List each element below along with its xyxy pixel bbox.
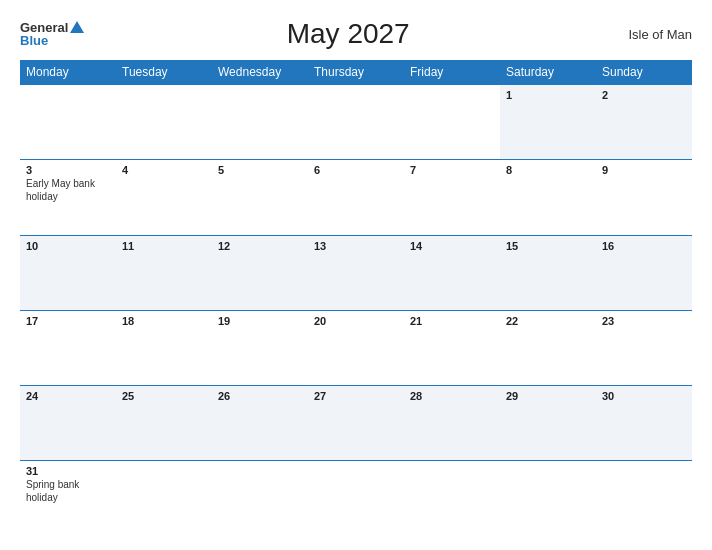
day-number: 16	[602, 240, 686, 252]
calendar-cell	[500, 461, 596, 536]
calendar-cell: 27	[308, 386, 404, 461]
day-number: 26	[218, 390, 302, 402]
day-event: Spring bank holiday	[26, 478, 110, 504]
calendar-cell	[308, 461, 404, 536]
day-number: 20	[314, 315, 398, 327]
region-label: Isle of Man	[612, 27, 692, 42]
calendar-cell: 24	[20, 386, 116, 461]
calendar-cell: 7	[404, 160, 500, 235]
day-number: 11	[122, 240, 206, 252]
day-number: 6	[314, 164, 398, 176]
calendar-cell: 29	[500, 386, 596, 461]
day-number: 12	[218, 240, 302, 252]
calendar-week-row: 24252627282930	[20, 386, 692, 461]
calendar-cell: 15	[500, 235, 596, 310]
calendar-week-row: 3Early May bank holiday456789	[20, 160, 692, 235]
calendar-cell: 21	[404, 310, 500, 385]
calendar-cell: 1	[500, 85, 596, 160]
calendar-cell: 10	[20, 235, 116, 310]
calendar-week-row: 10111213141516	[20, 235, 692, 310]
calendar-table: MondayTuesdayWednesdayThursdayFridaySatu…	[20, 60, 692, 536]
day-number: 5	[218, 164, 302, 176]
calendar-cell: 22	[500, 310, 596, 385]
day-number: 13	[314, 240, 398, 252]
day-number: 8	[506, 164, 590, 176]
logo: General Blue	[20, 21, 84, 47]
day-number: 3	[26, 164, 110, 176]
calendar-week-row: 12	[20, 85, 692, 160]
calendar-cell: 31Spring bank holiday	[20, 461, 116, 536]
day-number: 7	[410, 164, 494, 176]
calendar-header: General Blue May 2027 Isle of Man	[20, 18, 692, 50]
calendar-cell: 12	[212, 235, 308, 310]
day-number: 18	[122, 315, 206, 327]
calendar-cell	[596, 461, 692, 536]
day-number: 30	[602, 390, 686, 402]
day-number: 28	[410, 390, 494, 402]
day-number: 24	[26, 390, 110, 402]
calendar-cell: 5	[212, 160, 308, 235]
calendar-cell: 11	[116, 235, 212, 310]
calendar-cell	[308, 85, 404, 160]
day-number: 29	[506, 390, 590, 402]
calendar-cell: 17	[20, 310, 116, 385]
day-number: 25	[122, 390, 206, 402]
day-number: 17	[26, 315, 110, 327]
day-number: 15	[506, 240, 590, 252]
calendar-week-row: 17181920212223	[20, 310, 692, 385]
day-number: 23	[602, 315, 686, 327]
day-number: 2	[602, 89, 686, 101]
calendar-cell: 19	[212, 310, 308, 385]
weekday-header: Saturday	[500, 60, 596, 85]
calendar-cell	[116, 461, 212, 536]
calendar-cell	[20, 85, 116, 160]
day-number: 31	[26, 465, 110, 477]
weekday-header: Sunday	[596, 60, 692, 85]
calendar-cell: 14	[404, 235, 500, 310]
calendar-header-row: MondayTuesdayWednesdayThursdayFridaySatu…	[20, 60, 692, 85]
weekday-header: Thursday	[308, 60, 404, 85]
day-number: 14	[410, 240, 494, 252]
day-number: 22	[506, 315, 590, 327]
calendar-cell: 4	[116, 160, 212, 235]
calendar-cell: 25	[116, 386, 212, 461]
logo-blue-text: Blue	[20, 34, 48, 47]
day-number: 27	[314, 390, 398, 402]
weekday-header: Monday	[20, 60, 116, 85]
weekday-header: Tuesday	[116, 60, 212, 85]
calendar-cell: 28	[404, 386, 500, 461]
calendar-title: May 2027	[84, 18, 612, 50]
calendar-cell: 8	[500, 160, 596, 235]
day-number: 4	[122, 164, 206, 176]
calendar-week-row: 31Spring bank holiday	[20, 461, 692, 536]
calendar-cell: 16	[596, 235, 692, 310]
weekday-header-row: MondayTuesdayWednesdayThursdayFridaySatu…	[20, 60, 692, 85]
day-number: 1	[506, 89, 590, 101]
calendar-cell: 6	[308, 160, 404, 235]
day-number: 19	[218, 315, 302, 327]
calendar-cell	[212, 85, 308, 160]
logo-triangle-icon	[70, 21, 84, 33]
calendar-cell	[404, 461, 500, 536]
calendar-cell: 9	[596, 160, 692, 235]
calendar-cell: 30	[596, 386, 692, 461]
calendar-cell	[212, 461, 308, 536]
calendar-cell: 20	[308, 310, 404, 385]
calendar-cell	[116, 85, 212, 160]
calendar-page: General Blue May 2027 Isle of Man Monday…	[0, 0, 712, 550]
calendar-cell: 3Early May bank holiday	[20, 160, 116, 235]
calendar-cell: 23	[596, 310, 692, 385]
calendar-cell: 18	[116, 310, 212, 385]
calendar-cell: 26	[212, 386, 308, 461]
calendar-cell: 13	[308, 235, 404, 310]
day-number: 10	[26, 240, 110, 252]
calendar-body: 123Early May bank holiday456789101112131…	[20, 85, 692, 537]
day-event: Early May bank holiday	[26, 177, 110, 203]
day-number: 9	[602, 164, 686, 176]
calendar-cell: 2	[596, 85, 692, 160]
day-number: 21	[410, 315, 494, 327]
calendar-cell	[404, 85, 500, 160]
weekday-header: Wednesday	[212, 60, 308, 85]
weekday-header: Friday	[404, 60, 500, 85]
